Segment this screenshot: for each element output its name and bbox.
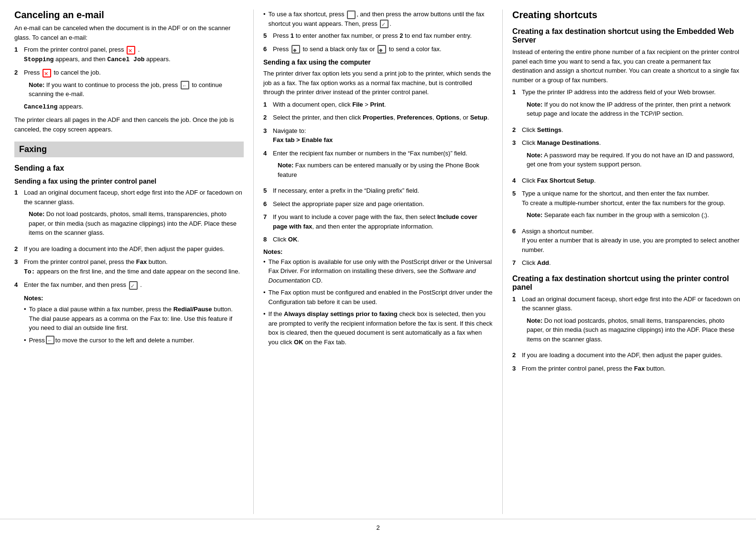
comp-step4-text: Enter the recipient fax number or number… (273, 150, 467, 157)
bullet-1: To place a dial pause within a fax numbe… (24, 305, 244, 333)
panel-step-content-3: From the printer control panel, press th… (24, 257, 244, 276)
diamond-left-icon (292, 45, 300, 54)
col2-step-5: 5 Press 1 to enter another fax number, o… (263, 31, 493, 41)
comp-step3-text: Navigate to: (273, 127, 306, 134)
comp-step-2: 2 Select the printer, and then click Pro… (263, 113, 493, 122)
panel2-step-content-3: From the printer control panel, press th… (522, 364, 742, 373)
step2-text-after: to cancel the job. (54, 69, 100, 76)
panel-step1-text: Load an original document faceup, short … (24, 189, 242, 206)
comp-note-1: The Fax option is available for use only… (263, 257, 493, 285)
note-label: Note: (29, 81, 44, 88)
cancel-email-intro: An e-mail can be canceled when the docum… (14, 23, 244, 42)
cancel-steps: 1 From the printer control panel, press … (14, 45, 244, 111)
panel-step4-text-before: Enter the fax number, and then press (24, 281, 128, 288)
comp-note-2: The Fax option must be configured and en… (263, 288, 493, 306)
notes-header-4: Notes: (24, 294, 244, 303)
fax-shortcut-icon (347, 11, 356, 19)
ews-step3-note: Note: A password may be required. If you… (527, 151, 742, 169)
comp-step-7: 7 If you want to include a cover page wi… (263, 212, 493, 231)
panel-step-num-3: 3 (14, 257, 24, 276)
comp-step-content-8: Click OK. (273, 235, 493, 244)
ews-step-content-6: Assign a shortcut number. If you enter a… (522, 227, 742, 255)
comp-step6-text: Select the appropriate paper size and pa… (273, 200, 424, 208)
canceling-text: appears. (59, 103, 84, 110)
panel2-step2-text: If you are loading a document into the A… (522, 351, 723, 359)
sending-fax-title: Sending a fax (14, 164, 244, 173)
comp-step-content-4: Enter the recipient fax number or number… (273, 149, 493, 183)
comp-step4-note: Note: Fax numbers can be entered manuall… (278, 161, 493, 179)
ews-step-2: 2 Click Settings. (512, 125, 742, 135)
ews-step2-text: Click Settings. (522, 126, 563, 133)
ews-step-content-5: Type a unique name for the shortcut, and… (522, 189, 742, 223)
step-num-1: 1 (14, 45, 24, 64)
ews-step-num-4: 4 (512, 176, 522, 186)
cancel-step-2: 2 Press to cancel the job. Note: If you … (14, 68, 244, 111)
ews-step-content-3: Click Manage Destinations. Note: A passw… (522, 138, 742, 172)
cancel-email-title: Canceling an e-mail (14, 10, 244, 21)
comp-step7-text: If you want to include a cover page with… (273, 213, 477, 230)
comp-notes-bullets: The Fax option is available for use only… (263, 257, 493, 347)
canceling-code: Canceling (24, 103, 57, 110)
computer-steps: 1 With a document open, click File > Pri… (263, 100, 493, 244)
checkmark-icon-2 (380, 20, 389, 28)
panel-step1-note: Note: Do not load postcards, photos, sma… (29, 209, 244, 238)
bullet-1-text: To place a dial pause within a fax numbe… (29, 305, 244, 333)
canceling-line: Canceling appears. (24, 102, 244, 112)
panel2-step-num-2: 2 (512, 350, 522, 360)
cancel-job-code: Cancel Job (107, 56, 144, 63)
step2-text-before: Press (24, 69, 42, 76)
back-arrow-icon (181, 81, 189, 89)
ews-step5-sub: To create a multiple-number shortcut, en… (522, 199, 725, 207)
bullet-2-text-before: Press (29, 336, 45, 345)
ews-step-num-5: 5 (512, 189, 522, 223)
ews-step3-text: Click Manage Destinations. (522, 139, 601, 146)
faxing-section-heading: Faxing (14, 142, 244, 157)
ews-step5-note: Note: Separate each fax number in the gr… (527, 210, 742, 220)
col2-top-bullets: To use a fax shortcut, press , and then … (263, 10, 493, 28)
panel-step-4: 4 Enter the fax number, and then press .… (14, 280, 244, 348)
panel-step-1: 1 Load an original document faceup, shor… (14, 188, 244, 241)
ews-step-num-7: 7 (512, 258, 522, 268)
note-text-comp4: Fax numbers can be entered manually or b… (278, 162, 479, 178)
checkmark-icon (129, 281, 138, 290)
note-text-ews5: Separate each fax number in the group wi… (544, 211, 709, 219)
col2-step-content-5: Press 1 to enter another fax number, or … (273, 31, 493, 41)
panel2-step-num-1: 1 (512, 295, 522, 347)
note-label-1: Note: (29, 210, 44, 218)
panel2-step-1: 1 Load an original document faceup, shor… (512, 295, 742, 347)
ews-step-3: 3 Click Manage Destinations. Note: A pas… (512, 138, 742, 172)
ews-step4-text: Click Fax Shortcut Setup. (522, 177, 596, 184)
step1-subtext2: appears. (146, 55, 171, 63)
ews-step-num-1: 1 (512, 88, 522, 121)
comp-step-num-3: 3 (263, 126, 273, 145)
column-3: Creating shortcuts Creating a fax destin… (503, 10, 751, 514)
ews-step1-note: Note: If you do not know the IP address … (527, 100, 742, 119)
panel-step-num-1: 1 (14, 188, 24, 241)
panel-step3-subtext: appears on the first line, and the time … (37, 268, 240, 275)
step-num-2: 2 (14, 68, 24, 111)
cancel-note: Note: If you want to continue to process… (29, 80, 244, 99)
comp-step-content-6: Select the appropriate paper size and pa… (273, 199, 493, 209)
shortcuts-title: Creating shortcuts (512, 10, 742, 21)
comp-step-4: 4 Enter the recipient fax number or numb… (263, 149, 493, 183)
step-content-1: From the printer control panel, press . … (24, 45, 244, 64)
comp-step-content-2: Select the printer, and then click Prope… (273, 113, 493, 122)
panel-step2-text: If you are loading a document into the A… (24, 245, 225, 252)
comp-step-1: 1 With a document open, click File > Pri… (263, 100, 493, 109)
comp-step-num-2: 2 (263, 113, 273, 122)
ews-step-6: 6 Assign a shortcut number. If you enter… (512, 227, 742, 255)
panel-step-num-4: 4 (14, 280, 24, 348)
ews-step-1: 1 Type the printer IP address into the a… (512, 88, 742, 121)
comp-note-3: If the Always display settings prior to … (263, 309, 493, 347)
panel2-step1-text: Load an original document faceup, short … (522, 295, 740, 312)
columns-wrapper: Canceling an e-mail An e-mail can be can… (0, 0, 756, 519)
comp-step-content-7: If you want to include a cover page with… (273, 212, 493, 231)
panel2-step-2: 2 If you are loading a document into the… (512, 350, 742, 360)
to-code: To: (24, 268, 35, 275)
panel-step-content-2: If you are loading a document into the A… (24, 244, 244, 254)
ews-step7-text: Click Add. (522, 259, 551, 266)
panel-step3-text-before: From the printer control panel, press th… (24, 258, 168, 265)
comp-step-3: 3 Navigate to: Fax tab > Enable fax (263, 126, 493, 145)
red-x-icon-2 (43, 69, 51, 77)
panel2-step3-text: From the printer control panel, press th… (522, 365, 666, 372)
